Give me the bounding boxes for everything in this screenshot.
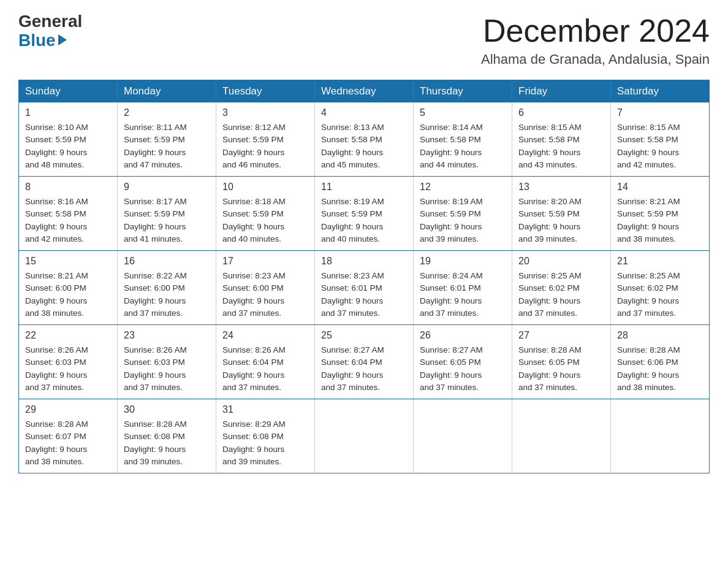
calendar-cell: 12 Sunrise: 8:19 AM Sunset: 5:59 PM Dayl… (414, 177, 512, 251)
logo-arrow-icon (58, 34, 67, 45)
day-number: 8 (25, 182, 111, 193)
day-number: 7 (617, 107, 703, 118)
calendar-cell: 16 Sunrise: 8:22 AM Sunset: 6:00 PM Dayl… (118, 251, 216, 325)
calendar-cell: 9 Sunrise: 8:17 AM Sunset: 5:59 PM Dayli… (118, 177, 216, 251)
calendar-cell (414, 399, 512, 473)
calendar-cell: 6 Sunrise: 8:15 AM Sunset: 5:58 PM Dayli… (512, 102, 611, 177)
calendar-cell (512, 399, 611, 473)
day-number: 30 (124, 404, 210, 415)
calendar-cell: 7 Sunrise: 8:15 AM Sunset: 5:58 PM Dayli… (611, 102, 710, 177)
header-thursday: Thursday (414, 80, 512, 103)
calendar-cell: 20 Sunrise: 8:25 AM Sunset: 6:02 PM Dayl… (512, 251, 611, 325)
header-wednesday: Wednesday (315, 80, 414, 103)
day-info: Sunrise: 8:27 AM Sunset: 6:04 PM Dayligh… (321, 344, 407, 394)
day-number: 13 (518, 182, 604, 193)
day-info: Sunrise: 8:26 AM Sunset: 6:03 PM Dayligh… (25, 344, 111, 394)
calendar-cell (611, 399, 710, 473)
day-number: 28 (617, 330, 703, 341)
day-number: 31 (222, 404, 308, 415)
day-info: Sunrise: 8:26 AM Sunset: 6:04 PM Dayligh… (222, 344, 308, 394)
day-number: 29 (25, 404, 111, 415)
day-info: Sunrise: 8:21 AM Sunset: 5:59 PM Dayligh… (617, 196, 703, 245)
calendar-cell: 28 Sunrise: 8:28 AM Sunset: 6:06 PM Dayl… (611, 325, 710, 399)
day-number: 12 (420, 182, 506, 193)
day-info: Sunrise: 8:10 AM Sunset: 5:59 PM Dayligh… (25, 121, 111, 171)
calendar-cell: 30 Sunrise: 8:28 AM Sunset: 6:08 PM Dayl… (118, 399, 216, 473)
day-info: Sunrise: 8:20 AM Sunset: 5:59 PM Dayligh… (518, 196, 604, 245)
day-number: 22 (25, 330, 111, 341)
day-number: 10 (222, 182, 308, 193)
day-info: Sunrise: 8:18 AM Sunset: 5:59 PM Dayligh… (222, 196, 308, 245)
calendar-cell: 4 Sunrise: 8:13 AM Sunset: 5:58 PM Dayli… (315, 102, 414, 177)
day-info: Sunrise: 8:24 AM Sunset: 6:01 PM Dayligh… (420, 270, 506, 320)
title-area: December 2024 Alhama de Granada, Andalus… (481, 12, 710, 67)
day-info: Sunrise: 8:25 AM Sunset: 6:02 PM Dayligh… (518, 270, 604, 320)
calendar-cell: 25 Sunrise: 8:27 AM Sunset: 6:04 PM Dayl… (315, 325, 414, 399)
calendar-cell: 19 Sunrise: 8:24 AM Sunset: 6:01 PM Dayl… (414, 251, 512, 325)
calendar-cell: 1 Sunrise: 8:10 AM Sunset: 5:59 PM Dayli… (19, 102, 118, 177)
location-title: Alhama de Granada, Andalusia, Spain (481, 52, 710, 67)
calendar-cell: 2 Sunrise: 8:11 AM Sunset: 5:59 PM Dayli… (118, 102, 216, 177)
day-number: 23 (124, 330, 210, 341)
header-monday: Monday (118, 80, 216, 103)
day-number: 2 (124, 107, 210, 118)
calendar-cell: 11 Sunrise: 8:19 AM Sunset: 5:59 PM Dayl… (315, 177, 414, 251)
logo-blue-text: Blue (18, 31, 56, 50)
calendar-header-row: SundayMondayTuesdayWednesdayThursdayFrid… (19, 80, 710, 103)
header-saturday: Saturday (611, 80, 710, 103)
day-info: Sunrise: 8:19 AM Sunset: 5:59 PM Dayligh… (420, 196, 506, 245)
day-number: 21 (617, 256, 703, 267)
day-number: 19 (420, 256, 506, 267)
month-title: December 2024 (481, 12, 710, 49)
day-info: Sunrise: 8:12 AM Sunset: 5:59 PM Dayligh… (222, 121, 308, 171)
calendar-cell: 3 Sunrise: 8:12 AM Sunset: 5:59 PM Dayli… (216, 102, 315, 177)
calendar-cell (315, 399, 414, 473)
calendar-table: SundayMondayTuesdayWednesdayThursdayFrid… (18, 80, 710, 473)
week-row-1: 1 Sunrise: 8:10 AM Sunset: 5:59 PM Dayli… (19, 102, 710, 177)
day-number: 4 (321, 107, 407, 118)
day-number: 27 (518, 330, 604, 341)
day-number: 11 (321, 182, 407, 193)
calendar-cell: 26 Sunrise: 8:27 AM Sunset: 6:05 PM Dayl… (414, 325, 512, 399)
day-info: Sunrise: 8:15 AM Sunset: 5:58 PM Dayligh… (617, 121, 703, 171)
calendar-cell: 18 Sunrise: 8:23 AM Sunset: 6:01 PM Dayl… (315, 251, 414, 325)
day-info: Sunrise: 8:28 AM Sunset: 6:07 PM Dayligh… (25, 418, 111, 468)
day-number: 16 (124, 256, 210, 267)
day-number: 5 (420, 107, 506, 118)
calendar-cell: 27 Sunrise: 8:28 AM Sunset: 6:05 PM Dayl… (512, 325, 611, 399)
calendar-cell: 10 Sunrise: 8:18 AM Sunset: 5:59 PM Dayl… (216, 177, 315, 251)
header-area: General Blue December 2024 Alhama de Gra… (18, 12, 710, 67)
day-info: Sunrise: 8:11 AM Sunset: 5:59 PM Dayligh… (124, 121, 210, 171)
day-info: Sunrise: 8:23 AM Sunset: 6:00 PM Dayligh… (222, 270, 308, 320)
day-info: Sunrise: 8:28 AM Sunset: 6:08 PM Dayligh… (124, 418, 210, 468)
day-number: 18 (321, 256, 407, 267)
day-number: 1 (25, 107, 111, 118)
calendar-cell: 17 Sunrise: 8:23 AM Sunset: 6:00 PM Dayl… (216, 251, 315, 325)
day-info: Sunrise: 8:15 AM Sunset: 5:58 PM Dayligh… (518, 121, 604, 171)
day-info: Sunrise: 8:16 AM Sunset: 5:58 PM Dayligh… (25, 196, 111, 245)
day-number: 15 (25, 256, 111, 267)
day-info: Sunrise: 8:13 AM Sunset: 5:58 PM Dayligh… (321, 121, 407, 171)
day-info: Sunrise: 8:25 AM Sunset: 6:02 PM Dayligh… (617, 270, 703, 320)
day-number: 3 (222, 107, 308, 118)
day-number: 17 (222, 256, 308, 267)
calendar-cell: 31 Sunrise: 8:29 AM Sunset: 6:08 PM Dayl… (216, 399, 315, 473)
day-info: Sunrise: 8:28 AM Sunset: 6:05 PM Dayligh… (518, 344, 604, 394)
week-row-4: 22 Sunrise: 8:26 AM Sunset: 6:03 PM Dayl… (19, 325, 710, 399)
calendar-cell: 29 Sunrise: 8:28 AM Sunset: 6:07 PM Dayl… (19, 399, 118, 473)
day-number: 9 (124, 182, 210, 193)
day-number: 26 (420, 330, 506, 341)
day-info: Sunrise: 8:27 AM Sunset: 6:05 PM Dayligh… (420, 344, 506, 394)
day-number: 6 (518, 107, 604, 118)
calendar-cell: 15 Sunrise: 8:21 AM Sunset: 6:00 PM Dayl… (19, 251, 118, 325)
day-info: Sunrise: 8:22 AM Sunset: 6:00 PM Dayligh… (124, 270, 210, 320)
day-info: Sunrise: 8:19 AM Sunset: 5:59 PM Dayligh… (321, 196, 407, 245)
header-tuesday: Tuesday (216, 80, 315, 103)
week-row-2: 8 Sunrise: 8:16 AM Sunset: 5:58 PM Dayli… (19, 177, 710, 251)
logo-blue: Blue (18, 31, 82, 50)
day-info: Sunrise: 8:23 AM Sunset: 6:01 PM Dayligh… (321, 270, 407, 320)
day-number: 14 (617, 182, 703, 193)
calendar-cell: 5 Sunrise: 8:14 AM Sunset: 5:58 PM Dayli… (414, 102, 512, 177)
day-info: Sunrise: 8:14 AM Sunset: 5:58 PM Dayligh… (420, 121, 506, 171)
calendar-cell: 8 Sunrise: 8:16 AM Sunset: 5:58 PM Dayli… (19, 177, 118, 251)
